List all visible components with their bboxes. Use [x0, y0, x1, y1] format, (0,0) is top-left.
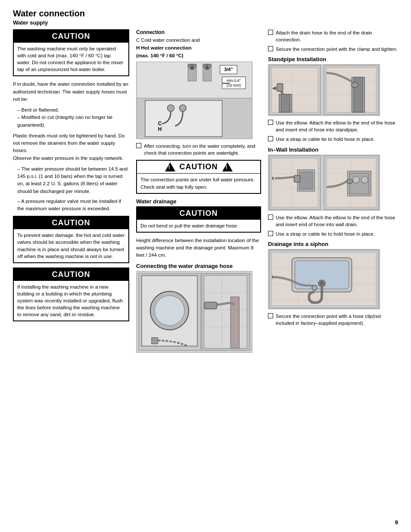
caution-box-3: CAUTION If installing the washing machin… [13, 268, 129, 321]
svg-rect-61 [294, 175, 300, 182]
svg-point-69 [352, 176, 359, 183]
caution-box-2: CAUTION To prevent water damage, the hot… [13, 216, 129, 263]
caution-body-3: If installing the washing machine in a n… [14, 281, 128, 320]
checkbox-label-d1: Attach the drain hose to the end of the … [276, 29, 398, 43]
connection-sub1: C Cold water connection and [136, 37, 261, 44]
svg-rect-42 [277, 84, 283, 91]
svg-text:C: C [158, 121, 162, 127]
svg-point-84 [320, 281, 324, 286]
inwall-svg [268, 155, 380, 211]
svg-rect-41 [281, 94, 290, 112]
caution-warning-box: CAUTION The connection points are under … [136, 160, 261, 193]
checkbox-icon-iw1 [268, 215, 273, 220]
svg-point-70 [361, 176, 368, 183]
page-number: 9 [395, 519, 398, 526]
standpipe-svg [268, 64, 380, 116]
caution-drainage-body: Do not bend or pull the water drainage h… [137, 220, 260, 232]
left-text-2: Plastic threads must only be tightened b… [13, 132, 129, 162]
checkbox-icon-d2 [268, 46, 273, 51]
svg-rect-59 [299, 172, 312, 189]
svg-point-16 [167, 105, 174, 112]
checkbox-icon-iw2 [268, 231, 273, 236]
caution-body-2: To prevent water damage, the hot and col… [14, 229, 128, 262]
caution-header-2: CAUTION [14, 217, 128, 229]
siphon-svg [268, 249, 380, 309]
connection-diagram: 3/4" min.0,4" (10 mm) C H [136, 62, 252, 139]
warning-triangle-left [165, 162, 175, 171]
checkbox-label-d2: Secure the connection point with the cla… [276, 46, 398, 53]
svg-text:min.0,4": min.0,4" [227, 79, 240, 83]
svg-rect-27 [204, 275, 247, 348]
checkbox-label-iw1: Use the elbow. Attach the elbow to the e… [276, 214, 398, 228]
left-list-1: Bent or flattened. Modified or cut (inte… [13, 106, 129, 129]
svg-text:H: H [158, 127, 162, 133]
svg-point-51 [352, 82, 358, 87]
warning-triangle-right [222, 162, 233, 171]
connection-heading: Connection [136, 29, 261, 35]
caution-header-1: CAUTION [14, 30, 128, 43]
checkbox-label-1: After connecting, turn on the water comp… [144, 143, 261, 156]
checkbox-after-connecting: After connecting, turn on the water comp… [136, 143, 261, 156]
caution-warning-body: The connection points are under full wat… [137, 174, 260, 193]
list-item-2a: The water pressure should be between 14.… [17, 165, 129, 195]
list-item-1b: Modified or cut (integrity can no longer… [17, 114, 129, 129]
checkbox-icon-d1 [268, 30, 273, 35]
list-item-1a: Bent or flattened. [17, 106, 129, 114]
checkbox-label-iw2: Use a strap or cable tie to hold hose in… [276, 230, 375, 237]
siphon-diagram [268, 249, 380, 309]
left-list-2: The water pressure should be between 14.… [13, 165, 129, 213]
checkbox-label-sp1: Use the elbow. Attach the elbow to the e… [276, 119, 398, 133]
checkbox-standpipe-1: Use the elbow. Attach the elbow to the e… [268, 119, 398, 133]
svg-rect-25 [152, 337, 158, 344]
page-title: Water connection [13, 9, 398, 19]
svg-point-17 [179, 105, 186, 112]
checkbox-icon-sp1 [268, 120, 273, 125]
inwall-diagram [268, 155, 380, 211]
svg-rect-32 [230, 297, 239, 348]
caution-warning-header: CAUTION [137, 161, 260, 174]
connection-sub3: (max. 140 °F / 60 °C) [136, 52, 261, 59]
checkbox-drain-2: Secure the connection point with the cla… [268, 46, 398, 53]
checkbox-label-sp2: Use a strap or cable tie to hold hose in… [276, 136, 375, 143]
drainage-text: Height difference between the installati… [136, 237, 261, 259]
caution-header-3: CAUTION [14, 268, 128, 281]
drainage-svg [137, 271, 252, 353]
checkbox-icon-siphon [268, 313, 273, 318]
connection-sub2: H Hot water connection [136, 44, 261, 51]
page-subtitle: Water supply [13, 19, 398, 26]
caution-warning-label: CAUTION [180, 162, 218, 171]
drainage-hose-heading: Connecting the water drainage hose [136, 263, 261, 269]
svg-text:3/4": 3/4" [224, 67, 233, 72]
caution-body-1: The washing machine must only be operate… [14, 43, 128, 75]
checkbox-label-siphon: Secure the connection point with a hose … [276, 313, 398, 327]
svg-point-85 [312, 285, 317, 290]
water-drainage-heading: Water drainage [136, 198, 261, 205]
svg-point-24 [155, 296, 184, 325]
caution-drainage-box: CAUTION Do not bend or pull the water dr… [136, 206, 261, 233]
drainage-hose-diagram [136, 271, 252, 353]
checkbox-inwall-2: Use a strap or cable tie to hold hose in… [268, 230, 398, 237]
svg-text:(10 mm): (10 mm) [227, 84, 241, 88]
checkbox-siphon: Secure the connection point with a hose … [268, 313, 398, 327]
left-text-1: If in doubt, have the water connection i… [13, 81, 129, 103]
svg-point-71 [347, 179, 353, 184]
standpipe-heading: Standpipe Installation [268, 56, 398, 62]
caution-box-1: CAUTION The washing machine must only be… [13, 29, 129, 76]
connection-svg: 3/4" min.0,4" (10 mm) C H [137, 62, 252, 139]
checkbox-drain-1: Attach the drain hose to the end of the … [268, 29, 398, 43]
list-item-2b: A pressure regulator valve must be insta… [17, 198, 129, 213]
checkbox-standpipe-2: Use a strap or cable tie to hold hose in… [268, 136, 398, 143]
siphon-heading: Drainage into a siphon [268, 241, 398, 247]
caution-drainage-header: CAUTION [137, 207, 260, 220]
standpipe-diagram [268, 64, 380, 116]
svg-rect-33 [204, 302, 217, 309]
checkbox-icon-sp2 [268, 136, 273, 141]
inwall-heading: In–Wall Installation [268, 146, 398, 153]
checkbox-icon-1 [136, 143, 141, 148]
checkbox-inwall-1: Use the elbow. Attach the elbow to the e… [268, 214, 398, 228]
